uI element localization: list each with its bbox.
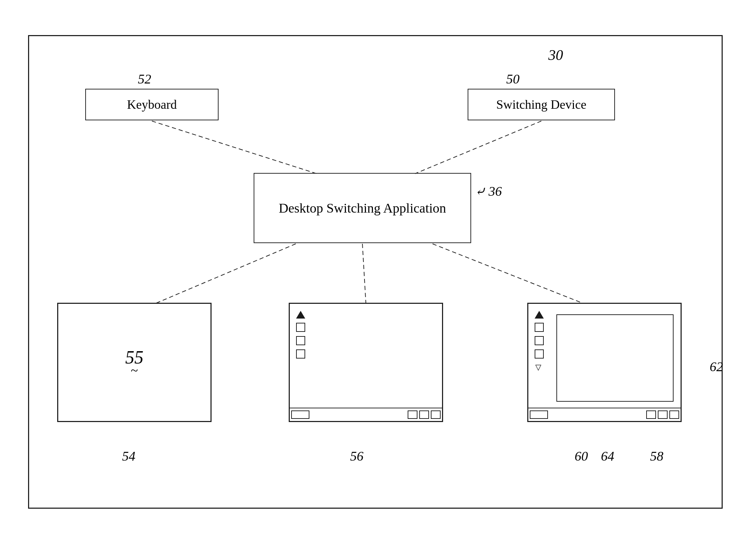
icon-square-3-56 xyxy=(296,349,305,359)
monitor-54-tilde: ~ xyxy=(131,362,138,378)
svg-line-2 xyxy=(362,244,366,303)
dsa-label: Desktop Switching Application xyxy=(279,200,446,216)
taskbar-btn-3-56 xyxy=(419,410,429,419)
ref-label-60: 60 xyxy=(575,448,588,464)
keyboard-label: Keyboard xyxy=(127,97,177,112)
monitor-56-taskbar xyxy=(290,408,442,421)
monitor-54-content: 55 ~ xyxy=(125,347,143,378)
main-diagram: 30 52 Keyboard 50 Switching Device ⤶ 36 … xyxy=(28,35,723,509)
monitor-54: 55 ~ xyxy=(57,303,212,436)
switching-device-label: Switching Device xyxy=(496,97,587,112)
taskbar-btn-1-58 xyxy=(530,410,548,419)
monitor-58-screen: ▽ xyxy=(527,303,682,422)
icon-square-2-58 xyxy=(535,336,544,345)
taskbar-btn-2-56 xyxy=(408,410,417,419)
icon-triangle-58 xyxy=(535,311,544,319)
taskbar-btn-4-56 xyxy=(431,410,441,419)
monitor-58-icons: ▽ xyxy=(535,311,544,372)
ref-label-52: 52 xyxy=(138,71,151,87)
taskbar-btn-4-58 xyxy=(669,410,679,419)
dsa-box: Desktop Switching Application xyxy=(254,173,471,243)
ref-label-54: 54 xyxy=(122,448,135,464)
taskbar-btn-3-58 xyxy=(658,410,668,419)
taskbar-btn-2-58 xyxy=(646,410,656,419)
switching-device-box: Switching Device xyxy=(468,89,615,120)
keyboard-box: Keyboard xyxy=(85,89,219,120)
monitor-54-screen: 55 ~ xyxy=(57,303,212,422)
ref-label-30: 30 xyxy=(548,47,563,63)
taskbar-btn-1-56 xyxy=(291,410,309,419)
svg-line-1 xyxy=(415,121,541,174)
icon-square-1-56 xyxy=(296,323,305,332)
icon-square-1-58 xyxy=(535,323,544,332)
ref-label-50: 50 xyxy=(506,71,520,87)
monitor-56 xyxy=(289,303,443,443)
ref-label-58: 58 xyxy=(650,448,663,464)
monitor-58: ▽ xyxy=(527,303,696,443)
ref-label-62: 62 xyxy=(710,359,723,374)
monitor-56-icons xyxy=(296,311,305,359)
ref-label-64: 64 xyxy=(601,448,614,464)
svg-line-0 xyxy=(152,121,317,174)
svg-line-4 xyxy=(433,244,583,303)
ref-label-56: 56 xyxy=(350,448,363,464)
monitor-56-screen xyxy=(289,303,443,422)
svg-line-3 xyxy=(155,244,296,303)
icon-square-3-58 xyxy=(535,349,544,359)
ref-label-36: ⤶ 36 xyxy=(475,183,502,199)
icon-arrow-58: ▽ xyxy=(535,363,544,372)
monitor-58-taskbar xyxy=(528,408,681,421)
icon-triangle-56 xyxy=(296,311,305,319)
monitor-58-window xyxy=(556,314,674,402)
icon-square-2-56 xyxy=(296,336,305,345)
